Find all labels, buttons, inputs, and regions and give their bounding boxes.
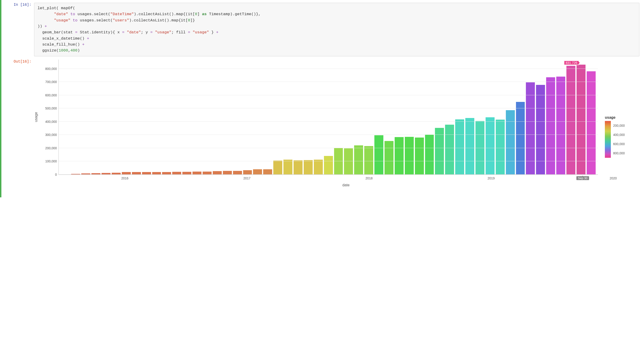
chart-bar[interactable]: [546, 77, 555, 174]
legend-tick: 600,000: [613, 139, 625, 149]
chart-bar[interactable]: [415, 138, 424, 175]
x-hover-label: Sep 30: [576, 176, 589, 180]
y-tick: 500,000: [40, 106, 57, 110]
y-tick: 700,000: [40, 80, 57, 84]
chart-bar[interactable]: [395, 137, 404, 175]
legend-tick: 800,000: [613, 149, 625, 158]
y-tick: 400,000: [40, 120, 57, 123]
legend-tick: 200,000: [613, 121, 625, 130]
chart-bar[interactable]: [213, 171, 222, 174]
y-tick: 100,000: [40, 159, 57, 163]
chart-bar[interactable]: [374, 135, 383, 175]
x-tick: 2019: [488, 176, 494, 180]
chart-bar[interactable]: [445, 125, 454, 175]
chart-bar[interactable]: [526, 82, 535, 175]
chart-bar[interactable]: [576, 65, 586, 175]
chart-bar[interactable]: [324, 156, 333, 174]
chart-bar[interactable]: [566, 66, 576, 174]
legend-tick: 400,000: [613, 130, 625, 139]
chart-bar[interactable]: [334, 148, 343, 175]
x-tick: 2017: [243, 176, 250, 180]
chart-bar[interactable]: [314, 160, 323, 175]
x-tick: 2020: [610, 176, 617, 180]
bar-tooltip: 831.726: [564, 60, 579, 65]
chart-bar[interactable]: [587, 71, 596, 174]
chart-bar[interactable]: [465, 118, 474, 174]
out-prompt: Out[16]:: [6, 59, 34, 64]
chart-bar[interactable]: [364, 146, 373, 175]
chart-bar[interactable]: [425, 135, 434, 175]
x-tick: 2016: [121, 176, 128, 180]
chart-bar[interactable]: [354, 145, 363, 174]
x-axis-label: date: [34, 183, 640, 187]
chart-bar[interactable]: [455, 119, 464, 175]
legend-title: usage: [605, 115, 640, 120]
y-axis-label: usage: [34, 112, 38, 122]
output-cell: Out[16]: usage 0100,000200,000300,000400…: [6, 59, 640, 187]
x-tick: 2018: [366, 176, 372, 180]
chart-bar[interactable]: [243, 170, 252, 175]
chart-bar[interactable]: [304, 160, 313, 175]
plot-area[interactable]: 0100,000200,000300,000400,000500,000600,…: [58, 59, 598, 175]
chart-bar[interactable]: [486, 117, 494, 174]
legend: usage 200,000400,000600,000800,000: [598, 76, 640, 158]
chart-bar[interactable]: [273, 161, 282, 174]
y-tick: 800,000: [40, 67, 57, 71]
chart-bar[interactable]: [253, 169, 262, 175]
chart-bar[interactable]: [506, 110, 515, 175]
y-tick: 300,000: [40, 133, 57, 137]
chart-bar[interactable]: [233, 171, 242, 175]
chart-bar[interactable]: [294, 160, 302, 174]
chart-output: usage 0100,000200,000300,000400,000500,0…: [34, 59, 640, 187]
chart-bar[interactable]: [344, 148, 353, 175]
y-tick: 600,000: [40, 93, 57, 97]
chart-bar[interactable]: [516, 102, 525, 175]
chart-bar[interactable]: [384, 141, 394, 174]
chart-bar[interactable]: [556, 77, 565, 174]
chart-bar[interactable]: [284, 160, 292, 175]
y-tick: 0: [40, 173, 57, 176]
in-prompt: In [16]:: [6, 3, 34, 7]
y-tick: 200,000: [40, 146, 57, 150]
chart-bar[interactable]: [223, 171, 232, 175]
chart-bar[interactable]: [496, 120, 505, 175]
input-cell: In [16]: let_plot( mapOf( "date" to usag…: [6, 3, 640, 56]
chart-bar[interactable]: [263, 169, 272, 175]
chart-bar[interactable]: [405, 137, 414, 175]
code-input[interactable]: let_plot( mapOf( "date" to usages.select…: [34, 3, 640, 56]
legend-colorbar: [605, 121, 611, 158]
